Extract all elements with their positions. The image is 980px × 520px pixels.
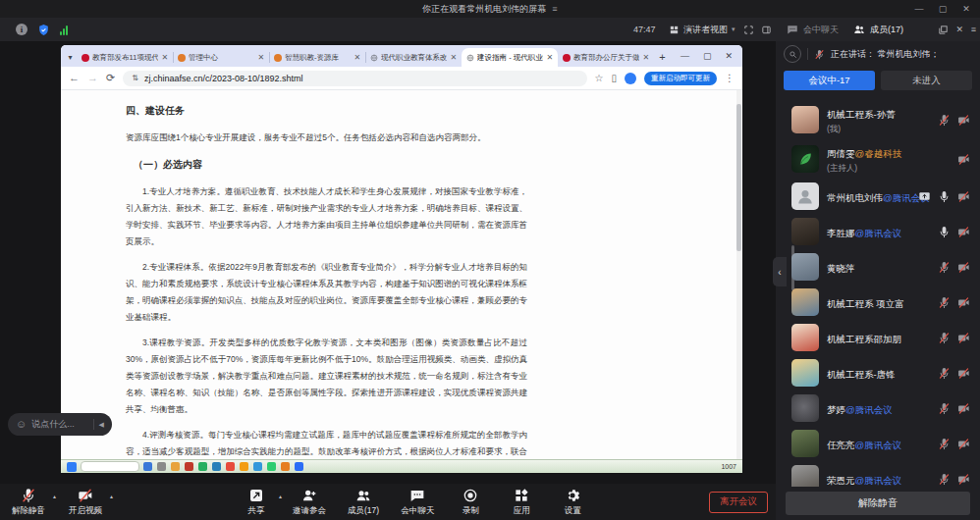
chevron-up-icon[interactable]: ▴ (53, 493, 56, 499)
taskbar-app-icon[interactable] (267, 462, 276, 471)
bookmark-star-icon[interactable]: ☆ (595, 73, 604, 83)
tab-not-joined[interactable]: 未进入 (881, 71, 972, 90)
sidepanel-icon[interactable] (761, 18, 772, 41)
reload-icon[interactable]: ⟳ (106, 73, 115, 83)
chat-input-placeholder[interactable]: 说点什么... (31, 418, 75, 431)
browser-maximize-button[interactable]: ▢ (703, 51, 712, 61)
page-scrollbar-thumb[interactable] (736, 104, 741, 251)
collapse-left-icon[interactable]: ◀ (99, 421, 104, 429)
member-row[interactable]: 机械工程系-孙菁 (我) (776, 100, 980, 139)
tab-close-icon[interactable]: ✕ (161, 53, 168, 62)
maximize-button[interactable]: ▢ (931, 0, 954, 18)
browser-tab[interactable]: 教育部办公厅关于做好 ✕ (558, 48, 654, 67)
toolbar-button[interactable]: 会中聊天 (401, 488, 434, 517)
tab-search-chevron-icon[interactable]: ▾ (64, 48, 77, 67)
search-icon[interactable] (784, 45, 801, 63)
new-tab-button[interactable]: + (654, 47, 671, 67)
member-row[interactable]: 常州机电刘伟@腾讯会议 (776, 179, 980, 214)
browser-tab[interactable]: 建设指南 - 现代职业教 ✕ (462, 48, 558, 67)
chevron-up-icon[interactable]: ▴ (279, 493, 282, 499)
taskbar-app-icon[interactable] (281, 462, 290, 471)
member-row[interactable]: 周倩雯@睿越科技 (主持人) (776, 139, 980, 179)
minimize-button[interactable]: — (907, 0, 931, 18)
close-button[interactable]: ✕ (954, 0, 978, 18)
mic-off-icon (938, 261, 951, 274)
browser-minimize-button[interactable]: — (681, 51, 689, 61)
avatar (791, 106, 819, 133)
member-row[interactable]: 黄晓萍 (776, 249, 980, 285)
tab-close-icon[interactable]: ✕ (354, 53, 360, 62)
toolbar-button[interactable]: ▴ 共享 (242, 488, 271, 517)
emoji-icon[interactable]: ☺ (16, 419, 27, 430)
toolbar-button[interactable]: 设置 (558, 488, 587, 517)
meeting-topbar: i 47:47 演讲者视图 ▾ 会中聊天 成员(17) ✕ ≡ (0, 18, 980, 41)
taskbar-app-icon[interactable] (157, 462, 166, 471)
toolbar-button[interactable]: ▴ 开启视频 (69, 488, 102, 517)
tab-in-meeting[interactable]: 会议中-17 (784, 71, 875, 90)
toolbar-button[interactable]: 邀请参会 (293, 488, 326, 517)
shield-icon[interactable] (37, 24, 50, 36)
unmute-button[interactable]: 解除静音 (786, 492, 970, 515)
member-row[interactable]: 机械工程系-唐锋 (776, 355, 980, 390)
back-icon[interactable]: ← (69, 73, 80, 83)
taskbar-app-icon[interactable] (198, 462, 207, 471)
browser-tab[interactable]: 教育部发布11项现代职 ✕ (77, 48, 173, 67)
taskbar-app-icon[interactable] (171, 462, 180, 471)
side-panel-icon[interactable]: ▯ (611, 73, 617, 83)
browser-tab[interactable]: 现代职业教育体系改革 ✕ (365, 48, 462, 67)
favicon (563, 54, 571, 62)
browser-tab[interactable]: 智慧职教-资源库 ✕ (269, 48, 365, 67)
browser-tab[interactable]: 管理中心 ✕ (173, 48, 269, 67)
member-row[interactable]: 荣恩元@腾讯会议 (776, 461, 980, 487)
update-chrome-button[interactable]: 重新启动即可更新 (644, 72, 717, 85)
toolbar-button-icon (565, 488, 580, 503)
avatar (791, 394, 819, 422)
chevron-up-icon[interactable]: ▴ (110, 493, 113, 499)
taskbar-app-icon[interactable] (185, 462, 193, 471)
address-bar[interactable]: ⇅ zj.chinaafse.cn/c/2023-08-10/1892.shtm… (123, 71, 586, 86)
member-row[interactable]: 梦婷@腾讯会议 (776, 390, 980, 426)
panel-close-icon[interactable]: ✕ (955, 18, 963, 41)
fullscreen-icon[interactable] (743, 18, 754, 41)
tab-close-icon[interactable]: ✕ (257, 53, 264, 62)
member-row[interactable]: 李胜娜@腾讯会议 (776, 214, 980, 249)
toolbar-button[interactable]: 录制 (456, 488, 485, 517)
quick-chat-bubble[interactable]: ☺ 说点什么... ◀ (8, 413, 112, 436)
tab-close-icon[interactable]: ✕ (546, 53, 553, 62)
menu-icon[interactable]: ≡ (552, 4, 557, 14)
info-icon[interactable]: i (16, 24, 27, 35)
toolbar-button[interactable]: ▴ 解除静音 (12, 488, 45, 517)
site-settings-icon[interactable]: ⇅ (132, 74, 138, 82)
member-row[interactable]: 机械工程系 项立富 (776, 285, 980, 320)
member-row[interactable]: 任亮亮@腾讯会议 (776, 426, 980, 461)
browser-menu-icon[interactable]: ⋮ (725, 73, 735, 83)
leave-meeting-button[interactable]: 离开会议 (709, 492, 768, 513)
browser-close-button[interactable]: ✕ (725, 51, 733, 61)
view-switch[interactable]: 演讲者视图 ▾ (669, 18, 735, 41)
taskbar-app-icon[interactable] (240, 462, 248, 471)
taskbar-app-icon[interactable] (212, 462, 221, 471)
taskbar-app-icon[interactable] (143, 462, 152, 471)
toolbar-button[interactable]: 应用 (507, 488, 536, 517)
taskbar-search[interactable] (81, 461, 139, 472)
member-row[interactable]: 机械工程系邵加朋 (776, 320, 980, 355)
document-block: 四、建设任务 (126, 104, 527, 118)
start-button[interactable] (67, 462, 77, 472)
popout-icon[interactable] (938, 18, 949, 41)
members-panel-tab[interactable]: 成员(17) (853, 18, 903, 41)
tab-close-icon[interactable]: ✕ (450, 53, 457, 62)
taskbar-app-icon[interactable] (295, 462, 303, 471)
panel-menu-icon[interactable]: ≡ (971, 18, 976, 41)
url-text: zj.chinaafse.cn/c/2023-08-10/1892.shtml (144, 74, 303, 83)
taskbar-app-icon[interactable] (253, 462, 262, 471)
forward-icon[interactable]: → (87, 73, 98, 83)
profile-avatar[interactable] (625, 73, 636, 84)
cam-off-icon (957, 332, 970, 344)
toolbar-button[interactable]: 成员(17) (348, 488, 379, 517)
chat-panel-tab[interactable]: 会中聊天 (787, 18, 839, 41)
cam-off-icon (957, 296, 970, 309)
tab-close-icon[interactable]: ✕ (642, 53, 649, 62)
page-scrollbar[interactable] (736, 90, 741, 459)
taskbar-app-icon[interactable] (226, 462, 235, 471)
document-block: 3.课程教学资源。开发类型多样的优质数字化教学资源，文本类和图形（图像）类资源数… (126, 335, 527, 418)
